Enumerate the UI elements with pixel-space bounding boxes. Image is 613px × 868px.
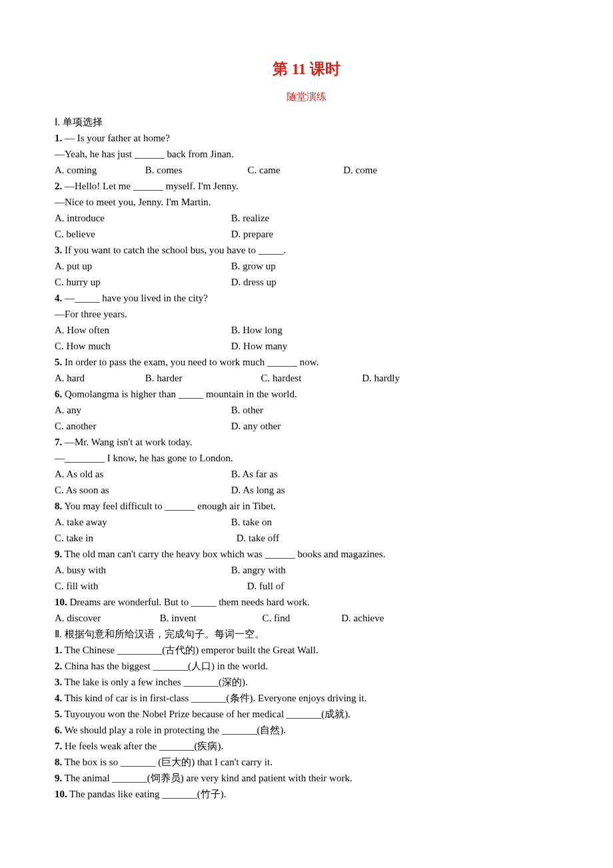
s2-item-5: 5. Tuyouyou won the Nobel Prize because … [55, 706, 558, 722]
question-3-option-d: D. dress up [231, 274, 277, 290]
question-8-num: 8. [55, 501, 62, 511]
question-5-option-c: C. hardest [261, 370, 360, 386]
question-6-line1: 6. Qomolangma is higher than _____ mount… [55, 386, 558, 402]
question-2-option-b: B. realize [231, 210, 269, 226]
question-7-line1: 7. —Mr. Wang isn't at work today. [55, 434, 558, 450]
question-1-option-a: A. coming [55, 162, 143, 178]
s2-num-1: 1. [55, 645, 62, 655]
question-8-option-d: D. take off [237, 530, 279, 546]
question-5-num: 5. [55, 357, 62, 367]
question-7-text1: —Mr. Wang isn't at work today. [62, 437, 192, 447]
s2-num-7: 7. [55, 741, 62, 751]
question-3-line1: 3. If you want to catch the school bus, … [55, 242, 558, 258]
question-1-option-d: D. come [343, 162, 377, 178]
s2-num-3: 3. [55, 677, 62, 687]
question-2-num: 2. [55, 181, 62, 191]
question-6-options-row2: C. another D. any other [55, 418, 558, 434]
question-2-options-row1: A. introduce B. realize [55, 210, 558, 226]
s2-text-9: The animal _______(饲养员) are very kind an… [62, 773, 352, 783]
s2-item-10: 10. The pandas like eating _______(竹子). [55, 786, 558, 802]
question-8-option-c: C. take in [55, 530, 229, 546]
question-1-line2: —Yeah, he has just ______ back from Jina… [55, 146, 558, 162]
s2-num-4: 4. [55, 693, 62, 703]
question-9-line1: 9. The old man can't carry the heavy box… [55, 546, 558, 562]
s2-text-3: The lake is only a few inches _______(深的… [62, 677, 247, 687]
question-6-option-b: B. other [231, 402, 263, 418]
question-8-option-a: A. take away [55, 514, 229, 530]
question-10-line1: 10. Dreams are wonderful. But to _____ t… [55, 594, 558, 610]
s2-item-1: 1. The Chinese _________(古代的) emperor bu… [55, 642, 558, 658]
question-7-num: 7. [55, 437, 62, 447]
question-2-option-c: C. believe [55, 226, 229, 242]
question-6-options-row1: A. any B. other [55, 402, 558, 418]
s2-item-3: 3. The lake is only a few inches _______… [55, 674, 558, 690]
question-1-num: 1. [55, 133, 62, 143]
s2-num-8: 8. [55, 757, 62, 767]
question-4-option-c: C. How much [55, 338, 229, 354]
s2-text-7: He feels weak after the _______(疾病). [62, 741, 223, 751]
question-3-text1: If you want to catch the school bus, you… [62, 245, 286, 255]
s2-text-1: The Chinese _________(古代的) emperor built… [62, 645, 318, 655]
question-7-option-a: A. As old as [55, 466, 229, 482]
question-10-option-a: A. discover [55, 610, 157, 626]
question-6-text1: Qomolangma is higher than _____ mountain… [62, 389, 297, 399]
page-title: 第 11 课时 [55, 57, 558, 82]
question-6-num: 6. [55, 389, 62, 399]
question-1-option-b: B. comes [145, 162, 245, 178]
s2-num-5: 5. [55, 709, 62, 719]
question-4-option-d: D. How many [231, 338, 288, 354]
question-4-options-row2: C. How much D. How many [55, 338, 558, 354]
question-8-option-b: B. take on [231, 514, 272, 530]
s2-num-2: 2. [55, 661, 62, 671]
s2-num-10: 10. [55, 789, 67, 799]
s2-item-9: 9. The animal _______(饲养员) are very kind… [55, 770, 558, 786]
question-10-options: A. discover B. invent C. find D. achieve [55, 610, 558, 626]
question-2-option-a: A. introduce [55, 210, 229, 226]
s2-text-8: The box is so _______ (巨大的) that I can't… [62, 757, 273, 767]
s2-text-2: China has the biggest _______(人口) in the… [62, 661, 268, 671]
question-5-line1: 5. In order to pass the exam, you need t… [55, 354, 558, 370]
question-7-option-d: D. As long as [231, 482, 285, 498]
question-10-option-b: B. invent [160, 610, 260, 626]
question-2-line1: 2. —Hello! Let me ______ myself. I'm Jen… [55, 178, 558, 194]
s2-num-6: 6. [55, 725, 62, 735]
s2-item-8: 8. The box is so _______ (巨大的) that I ca… [55, 754, 558, 770]
question-10-option-c: C. find [263, 610, 339, 626]
question-5-option-d: D. hardly [362, 370, 400, 386]
question-6-option-a: A. any [55, 402, 229, 418]
section-2-heading: Ⅱ. 根据句意和所给汉语，完成句子。每词一空。 [55, 626, 558, 642]
question-9-option-a: A. busy with [55, 562, 229, 578]
s2-text-4: This kind of car is in first-class _____… [62, 693, 366, 703]
question-9-option-c: C. fill with [55, 578, 229, 594]
question-5-option-a: A. hard [55, 370, 143, 386]
question-7-options-row2: C. As soon as D. As long as [55, 482, 558, 498]
page-subtitle: 随堂演练 [55, 89, 558, 105]
question-10-option-d: D. achieve [341, 610, 384, 626]
question-1-text1: — Is your father at home? [62, 133, 170, 143]
question-9-options-row1: A. busy with B. angry with [55, 562, 558, 578]
question-9-text1: The old man can't carry the heavy box wh… [62, 549, 385, 559]
s2-text-6: We should play a role in protecting the … [62, 725, 286, 735]
question-3-options-row1: A. put up B. grow up [55, 258, 558, 274]
s2-item-2: 2. China has the biggest _______(人口) in … [55, 658, 558, 674]
question-4-line1: 4. —_____ have you lived in the city? [55, 290, 558, 306]
question-7-line2: —________ I know, he has gone to London. [55, 450, 558, 466]
question-2-text1: —Hello! Let me ______ myself. I'm Jenny. [62, 181, 239, 191]
question-2-line2: —Nice to meet you, Jenny. I'm Martin. [55, 194, 558, 210]
question-1-line1: 1. — Is your father at home? [55, 130, 558, 146]
section-1-heading: Ⅰ. 单项选择 [55, 114, 558, 130]
question-8-options-row2: C. take in D. take off [55, 530, 558, 546]
question-7-option-c: C. As soon as [55, 482, 229, 498]
question-2-option-d: D. prepare [231, 226, 273, 242]
s2-text-5: Tuyouyou won the Nobel Prize because of … [62, 709, 350, 719]
question-5-options: A. hard B. harder C. hardest D. hardly [55, 370, 558, 386]
question-3-options-row2: C. hurry up D. dress up [55, 274, 558, 290]
question-3-option-c: C. hurry up [55, 274, 229, 290]
question-6-option-c: C. another [55, 418, 229, 434]
question-4-option-a: A. How often [55, 322, 229, 338]
question-10-num: 10. [55, 597, 67, 607]
question-8-line1: 8. You may feel difficult to ______ enou… [55, 498, 558, 514]
question-5-option-b: B. harder [145, 370, 259, 386]
question-7-option-b: B. As far as [231, 466, 278, 482]
question-8-options-row1: A. take away B. take on [55, 514, 558, 530]
